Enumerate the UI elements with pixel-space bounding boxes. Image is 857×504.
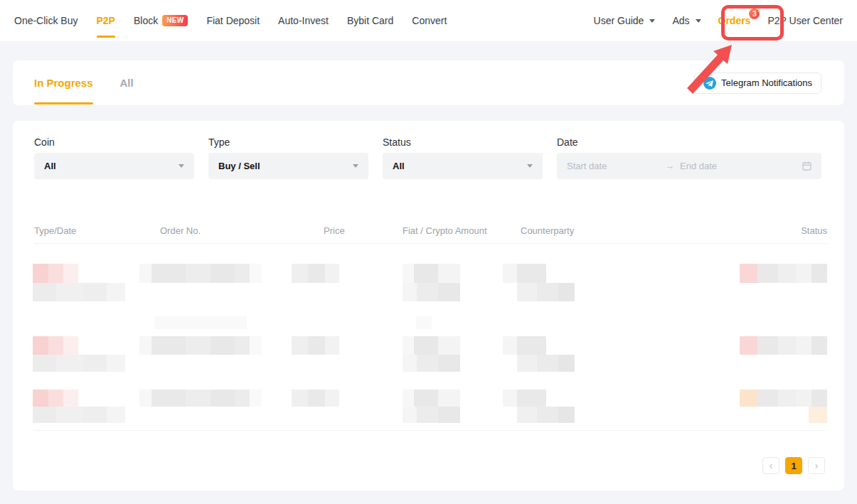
- column-header-status: Status: [801, 225, 827, 236]
- coin-filter-select[interactable]: All: [34, 153, 194, 179]
- redacted-ghost-cell: [416, 316, 432, 329]
- coin-filter-label: Coin: [34, 136, 55, 148]
- redacted-date-cell: [33, 283, 125, 301]
- type-filter-label: Type: [208, 136, 230, 148]
- redacted-price-cell: [292, 336, 339, 355]
- redacted-order-no-cell: [139, 390, 262, 407]
- nav-right-group: User Guide Ads Orders3 P2P User Center: [594, 0, 843, 41]
- chevron-down-icon: [649, 19, 655, 23]
- user-guide-menu[interactable]: User Guide: [594, 0, 656, 41]
- date-filter-label: Date: [557, 136, 578, 148]
- table-header-divider: [34, 243, 827, 244]
- redacted-fiat-cell: [403, 264, 460, 283]
- column-header-fiat-crypto: Fiat / Crypto Amount: [403, 225, 487, 236]
- chevron-down-icon: [353, 164, 358, 168]
- redacted-type-cell: [33, 264, 78, 283]
- nav-item-p2p[interactable]: P2P: [96, 0, 115, 41]
- new-badge: NEW: [162, 15, 188, 26]
- redacted-status-cell: [740, 336, 827, 355]
- redacted-date-cell: [33, 355, 125, 372]
- orders-link[interactable]: Orders3: [718, 0, 751, 41]
- top-navigation: One-Click Buy P2P BlockNEW Fiat Deposit …: [0, 0, 857, 41]
- redacted-fiat-cell: [403, 390, 460, 407]
- redacted-order-no-cell: [139, 336, 262, 355]
- column-header-counterparty: Counterparty: [521, 225, 574, 236]
- redacted-counterparty-cell: [503, 264, 546, 283]
- column-header-order-no: Order No.: [160, 225, 201, 236]
- ads-menu[interactable]: Ads: [672, 0, 701, 41]
- redacted-counterparty-cell: [503, 390, 546, 407]
- active-tab-underline: [97, 36, 115, 38]
- orders-panel: Coin All Type Buy / Sell Status All Date…: [13, 121, 844, 490]
- redacted-crypto-cell: [403, 407, 460, 423]
- redacted-ghost-cell: [154, 316, 247, 329]
- pagination-prev-button[interactable]: ‹: [762, 457, 779, 474]
- pagination-page-1[interactable]: 1: [785, 457, 802, 474]
- nav-left-group: One-Click Buy P2P BlockNEW Fiat Deposit …: [14, 0, 447, 41]
- redacted-type-cell: [33, 390, 78, 407]
- date-range-field[interactable]: →: [557, 153, 821, 179]
- nav-item-fiat-deposit[interactable]: Fiat Deposit: [206, 0, 260, 41]
- orders-count-badge: 3: [749, 9, 760, 19]
- end-date-input[interactable]: [680, 161, 772, 171]
- redacted-price-cell: [292, 390, 339, 407]
- order-row-redacted[interactable]: [13, 390, 844, 423]
- nav-item-block[interactable]: BlockNEW: [134, 0, 188, 41]
- chevron-down-icon: [527, 164, 533, 168]
- nav-item-auto-invest[interactable]: Auto-Invest: [278, 0, 329, 41]
- redacted-counterparty-cell: [503, 336, 546, 355]
- redacted-status-cell: [809, 407, 827, 423]
- tab-in-progress[interactable]: In Progress: [34, 60, 93, 105]
- telegram-icon: [703, 77, 716, 90]
- redacted-counterparty-cell: [517, 283, 575, 301]
- status-filter-select[interactable]: All: [383, 153, 543, 179]
- tab-underline: [34, 102, 93, 104]
- range-arrow-icon: →: [665, 161, 674, 171]
- redacted-type-cell: [33, 336, 78, 355]
- redacted-date-cell: [33, 407, 125, 423]
- column-header-price: Price: [324, 225, 345, 236]
- nav-item-one-click-buy[interactable]: One-Click Buy: [14, 0, 78, 41]
- table-bottom-divider: [34, 430, 827, 431]
- order-row-redacted[interactable]: [13, 336, 844, 372]
- redacted-fiat-cell: [403, 336, 460, 355]
- telegram-notifications-button[interactable]: Telegram Notifications: [694, 73, 821, 94]
- redacted-crypto-cell: [403, 355, 460, 372]
- order-row-redacted[interactable]: [13, 264, 844, 301]
- tab-all[interactable]: All: [120, 60, 134, 105]
- chevron-down-icon: [179, 164, 184, 168]
- redacted-counterparty-cell: [517, 407, 575, 423]
- redacted-crypto-cell: [403, 283, 460, 301]
- pagination: ‹ 1 ›: [762, 457, 825, 474]
- chevron-down-icon: [696, 19, 701, 23]
- pagination-next-button[interactable]: ›: [808, 457, 825, 474]
- status-filter-label: Status: [383, 136, 411, 148]
- redacted-order-no-cell: [139, 264, 262, 283]
- nav-item-bybit-card[interactable]: Bybit Card: [347, 0, 393, 41]
- type-filter-select[interactable]: Buy / Sell: [208, 153, 368, 179]
- nav-item-convert[interactable]: Convert: [412, 0, 447, 41]
- start-date-input[interactable]: [567, 161, 659, 171]
- order-status-tabs: In Progress All: [34, 60, 134, 105]
- redacted-status-cell: [740, 390, 827, 407]
- calendar-icon: [802, 161, 811, 171]
- redacted-status-cell: [740, 264, 827, 283]
- redacted-price-cell: [292, 264, 339, 283]
- p2p-user-center-link[interactable]: P2P User Center: [767, 0, 843, 41]
- redacted-counterparty-cell: [517, 355, 575, 372]
- column-header-type-date: Type/Date: [34, 225, 76, 236]
- orders-tabs-card: In Progress All Telegram Notifications: [13, 60, 844, 105]
